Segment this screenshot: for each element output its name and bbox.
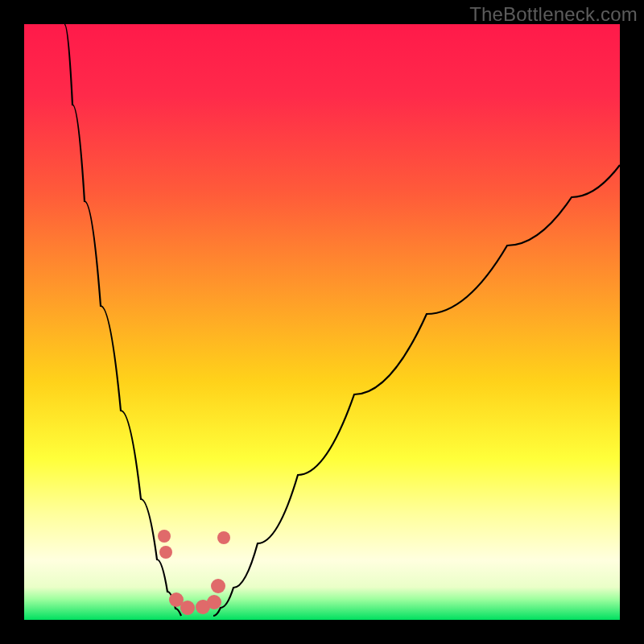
data-marker xyxy=(211,579,225,593)
data-marker xyxy=(217,531,230,544)
curve-left xyxy=(64,24,181,616)
data-marker xyxy=(159,546,172,559)
data-markers xyxy=(158,530,230,615)
curve-right xyxy=(213,165,620,616)
watermark-label: TheBottleneck.com xyxy=(469,3,638,26)
chart-frame xyxy=(24,24,620,620)
data-marker xyxy=(207,595,221,609)
data-marker xyxy=(158,530,171,543)
data-marker xyxy=(180,601,195,615)
bottleneck-curve xyxy=(24,24,620,620)
